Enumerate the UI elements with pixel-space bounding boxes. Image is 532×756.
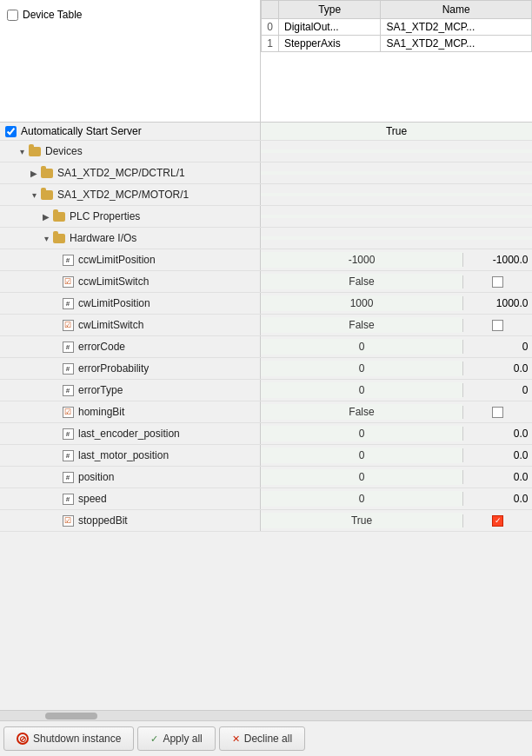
name-col-header: Name — [381, 1, 532, 19]
hw-item-edit[interactable]: ✓ — [462, 514, 532, 527]
device2-value — [261, 193, 532, 196]
hwios-expander[interactable]: ▾ — [40, 234, 52, 243]
edit-input[interactable] — [468, 341, 529, 353]
hw-item-right: False — [261, 315, 532, 335]
hw-item-icon: # — [61, 296, 75, 310]
device1-right — [261, 162, 532, 183]
devices-row: ▾ Devices — [0, 141, 532, 162]
edit-checkbox[interactable] — [492, 407, 503, 418]
hw-item-icon: ☑ — [61, 318, 75, 332]
plc-row: ▶ PLC Properties — [0, 206, 532, 228]
device1-tree-item[interactable]: ▶ SA1_XTD2_MCP/DCTRL/1 — [3, 164, 189, 182]
hw-item-icon: # — [61, 340, 75, 354]
edit-checkbox[interactable] — [492, 276, 503, 288]
hw-item-edit — [462, 296, 532, 310]
plc-tree-item[interactable]: ▶ PLC Properties — [3, 208, 143, 225]
hw-item-edit[interactable] — [462, 319, 532, 332]
checkbox-type-icon: ☑ — [63, 407, 74, 418]
num-type-icon: # — [63, 494, 74, 505]
hw-item-label: errorCode — [78, 341, 125, 353]
shutdown-label: Shutdown instance — [33, 733, 121, 745]
hw-item-value: 0 — [261, 339, 462, 355]
hw-item-label: speed — [78, 493, 107, 505]
properties-table: Automatically Start Server True ▾ Device… — [0, 123, 532, 532]
edit-checkbox[interactable] — [492, 320, 503, 331]
hw-item-row: # errorType 0 — [0, 380, 532, 401]
num-type-icon: # — [63, 255, 74, 266]
hw-item-right: 1000 — [261, 293, 532, 314]
hwios-tree-item[interactable]: ▾ Hardware I/Os — [3, 229, 140, 247]
bottom-bar: ⊘ Shutdown instance ✓ Apply all ✕ Declin… — [0, 720, 532, 756]
edit-input[interactable] — [468, 449, 529, 461]
device2-tree-item[interactable]: ▾ SA1_XTD2_MCP/MOTOR/1 — [3, 186, 192, 203]
device-type-panel: Type Name 0 DigitalOut... SA1_XTD2_MCP..… — [261, 0, 532, 122]
hw-item-edit[interactable] — [462, 406, 532, 419]
main-scrollable[interactable]: Automatically Start Server True ▾ Device… — [0, 123, 532, 710]
type-col-header: Type — [279, 1, 381, 19]
hw-item-left: # speed — [0, 488, 261, 509]
hwios-folder-icon — [52, 231, 66, 245]
hw-item-tree-item: ☑ cwLimitSwitch — [61, 316, 147, 334]
decline-all-button[interactable]: ✕ Decline all — [219, 726, 305, 751]
hw-item-left: # errorCode — [0, 336, 261, 357]
device2-expander[interactable]: ▾ — [28, 190, 40, 200]
num-type-icon: # — [63, 385, 74, 396]
devices-tree-item[interactable]: ▾ Devices — [3, 143, 86, 160]
hw-item-row: # errorProbability 0 — [0, 358, 532, 380]
hw-item-label: ccwLimitPosition — [78, 254, 156, 266]
edit-input[interactable] — [468, 254, 529, 266]
edit-input[interactable] — [468, 493, 529, 505]
device2-right — [261, 184, 532, 205]
device1-expander[interactable]: ▶ — [28, 169, 40, 178]
hw-item-right: 0 — [261, 467, 532, 487]
device1-value — [261, 171, 532, 175]
row-type: StepperAxis — [279, 36, 381, 52]
edit-checkbox[interactable]: ✓ — [492, 515, 503, 527]
auto-start-value: True — [261, 123, 532, 140]
devices-folder-icon — [28, 144, 42, 158]
device-table-checkbox[interactable] — [7, 10, 18, 21]
apply-all-button[interactable]: ✓ Apply all — [137, 726, 215, 751]
row-index: 0 — [262, 19, 279, 36]
hw-item-edit — [462, 253, 532, 267]
hw-item-edit — [462, 427, 532, 441]
hw-item-icon: # — [61, 492, 75, 506]
hw-item-edit — [462, 361, 532, 375]
edit-input[interactable] — [468, 471, 529, 483]
auto-start-label: Automatically Start Server — [21, 125, 142, 137]
device2-row: ▾ SA1_XTD2_MCP/MOTOR/1 — [0, 184, 532, 206]
hw-item-edit — [462, 340, 532, 354]
plc-expander[interactable]: ▶ — [40, 212, 52, 222]
hw-item-label: homingBit — [78, 406, 124, 418]
hwios-label: Hardware I/Os — [70, 232, 136, 244]
devices-expander[interactable]: ▾ — [16, 147, 28, 156]
num-type-icon: # — [63, 450, 74, 461]
edit-input[interactable] — [468, 297, 529, 309]
hwios-right — [261, 228, 532, 249]
horizontal-scrollbar[interactable] — [0, 710, 532, 720]
hw-item-value: False — [261, 317, 462, 333]
num-type-icon: # — [63, 363, 74, 375]
plc-right — [261, 206, 532, 227]
auto-start-checkbox[interactable] — [5, 126, 17, 137]
hw-item-label: stoppedBit — [78, 514, 128, 527]
hw-item-icon: # — [61, 361, 75, 375]
decline-all-label: Decline all — [244, 733, 292, 745]
hw-item-icon: ☑ — [61, 405, 75, 419]
device-type-table: Type Name 0 DigitalOut... SA1_XTD2_MCP..… — [261, 0, 532, 52]
hw-item-right: 0 — [261, 488, 532, 509]
edit-input[interactable] — [468, 428, 529, 440]
hw-item-edit[interactable] — [462, 275, 532, 288]
scroll-thumb[interactable] — [45, 713, 97, 720]
shutdown-button[interactable]: ⊘ Shutdown instance — [3, 726, 134, 751]
row-index: 1 — [262, 36, 279, 52]
hw-item-value: True — [261, 513, 462, 528]
edit-input[interactable] — [468, 384, 529, 396]
num-type-icon: # — [63, 428, 74, 440]
hw-item-value: 1000 — [261, 295, 462, 311]
hw-item-value: 0 — [261, 426, 462, 441]
auto-start-left: Automatically Start Server — [0, 123, 261, 140]
device-table-row: 1 StepperAxis SA1_XTD2_MCP... — [262, 36, 532, 52]
device1-label: SA1_XTD2_MCP/DCTRL/1 — [57, 167, 185, 179]
edit-input[interactable] — [468, 362, 529, 375]
